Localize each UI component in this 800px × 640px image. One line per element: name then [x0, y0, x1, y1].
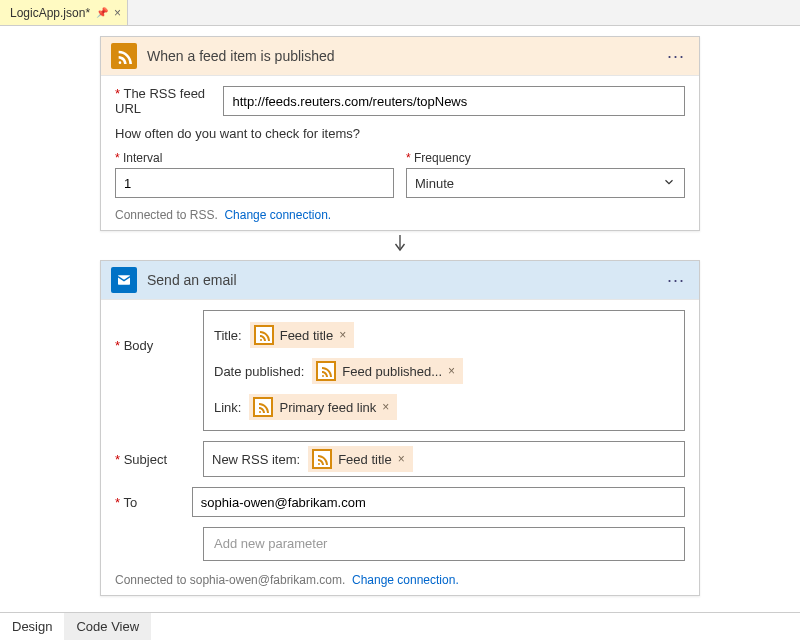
trigger-title: When a feed item is published — [147, 48, 653, 64]
frequency-label: Frequency — [406, 151, 685, 165]
body-input[interactable]: Title: Feed title × Date published: Feed… — [203, 310, 685, 431]
designer-canvas: When a feed item is published ··· The RS… — [0, 26, 800, 640]
rss-token-icon — [312, 449, 332, 469]
token-remove-icon[interactable]: × — [398, 452, 405, 466]
chevron-down-icon — [662, 175, 676, 192]
trigger-card: When a feed item is published ··· The RS… — [100, 36, 700, 231]
close-tab-icon[interactable]: × — [114, 6, 121, 20]
tab-design[interactable]: Design — [0, 613, 64, 640]
body-link-label: Link: — [214, 400, 241, 415]
email-menu-icon[interactable]: ··· — [663, 270, 689, 291]
subject-prefix: New RSS item: — [212, 452, 300, 467]
file-tab[interactable]: LogicApp.json* 📌 × — [0, 0, 128, 25]
to-label: To — [115, 495, 184, 510]
rss-token-icon — [316, 361, 336, 381]
rss-icon — [111, 43, 137, 69]
rss-url-input[interactable] — [223, 86, 685, 116]
token-remove-icon[interactable]: × — [339, 328, 346, 342]
token-subject-feed-title[interactable]: Feed title × — [308, 446, 413, 472]
token-feed-title[interactable]: Feed title × — [250, 322, 355, 348]
subject-input[interactable]: New RSS item: Feed title × — [203, 441, 685, 477]
trigger-header[interactable]: When a feed item is published ··· — [101, 37, 699, 76]
trigger-change-connection-link[interactable]: Change connection. — [224, 208, 331, 222]
outlook-icon — [111, 267, 137, 293]
connector-arrow-icon — [0, 231, 800, 260]
email-header[interactable]: Send an email ··· — [101, 261, 699, 300]
rss-token-icon — [253, 397, 273, 417]
subject-label: Subject — [115, 452, 195, 467]
tab-bar: LogicApp.json* 📌 × — [0, 0, 800, 26]
body-label: Body — [115, 310, 195, 353]
add-parameter-select[interactable]: Add new parameter — [203, 527, 685, 561]
how-often-label: How often do you want to check for items… — [115, 126, 685, 141]
email-title: Send an email — [147, 272, 653, 288]
tab-code-view[interactable]: Code View — [64, 613, 151, 640]
email-card: Send an email ··· Body Title: Feed title… — [100, 260, 700, 596]
interval-input[interactable] — [115, 168, 394, 198]
body-date-label: Date published: — [214, 364, 304, 379]
frequency-select[interactable]: Minute — [406, 168, 685, 198]
token-feed-published[interactable]: Feed published... × — [312, 358, 463, 384]
bottom-tabs: Design Code View — [0, 612, 800, 640]
trigger-menu-icon[interactable]: ··· — [663, 46, 689, 67]
rss-token-icon — [254, 325, 274, 345]
email-connected-text: Connected to sophia-owen@fabrikam.com. — [115, 573, 345, 587]
body-title-label: Title: — [214, 328, 242, 343]
to-input[interactable] — [192, 487, 685, 517]
email-change-connection-link[interactable]: Change connection. — [352, 573, 459, 587]
rss-url-label: The RSS feed URL — [115, 86, 215, 116]
pin-icon[interactable]: 📌 — [96, 7, 108, 18]
token-remove-icon[interactable]: × — [382, 400, 389, 414]
token-remove-icon[interactable]: × — [448, 364, 455, 378]
interval-label: Interval — [115, 151, 394, 165]
trigger-connected-text: Connected to RSS. — [115, 208, 218, 222]
frequency-value: Minute — [415, 176, 454, 191]
file-tab-label: LogicApp.json* — [10, 6, 90, 20]
token-primary-link[interactable]: Primary feed link × — [249, 394, 397, 420]
